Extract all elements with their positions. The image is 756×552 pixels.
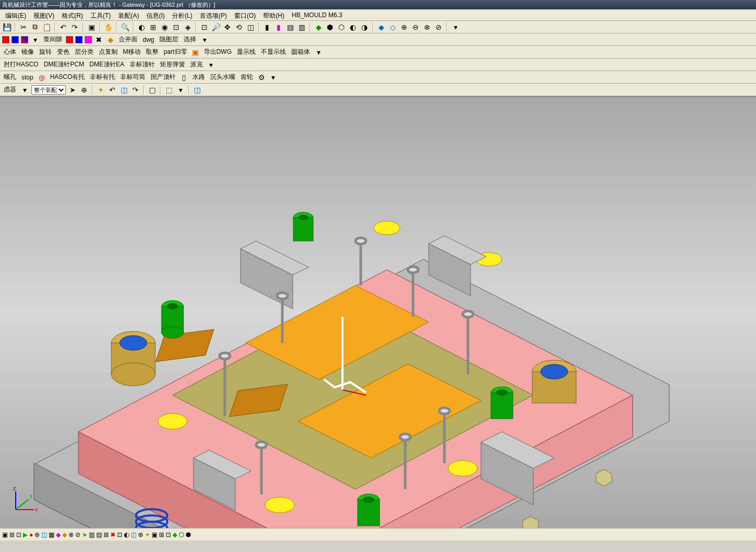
swatch-blue[interactable] — [12, 36, 19, 43]
waterway-button[interactable]: 水路 — [191, 73, 207, 82]
dropdown3-icon[interactable]: ▾ — [207, 60, 216, 70]
bt-icon-23[interactable]: ⬡ — [179, 531, 184, 538]
menu-hb-mould[interactable]: HB_MOULD M6.3 — [289, 10, 346, 19]
menu-help[interactable]: 帮助(H) — [260, 10, 288, 19]
bt-icon-9[interactable]: ⊘ — [75, 531, 81, 538]
point-copy-button[interactable]: 点复制 — [97, 48, 119, 56]
bt-icon-4[interactable]: ⊕ — [35, 531, 40, 538]
cut-icon[interactable]: ✂ — [19, 22, 28, 32]
bt-icon-2[interactable]: ⊞ — [9, 531, 15, 538]
menu-info[interactable]: 信息(I) — [143, 10, 168, 19]
redo-icon[interactable]: ↷ — [70, 22, 79, 32]
feat3-icon[interactable]: ◐ — [348, 22, 358, 32]
cube-icon[interactable]: ◫ — [119, 85, 129, 95]
feat1-icon[interactable]: ⬢ — [325, 22, 335, 32]
screw-button[interactable]: 螺孔 — [2, 73, 18, 82]
tool2-icon[interactable]: ⊖ — [411, 22, 420, 32]
command-icon[interactable]: ▣ — [87, 22, 96, 32]
dropdown5-icon[interactable]: ▾ — [176, 85, 185, 95]
hidden-icon[interactable]: ⊡ — [171, 22, 181, 32]
bt-icon-14[interactable]: ⊡ — [117, 531, 122, 538]
color-tool-icon[interactable]: ▾ — [30, 35, 40, 44]
box-icon[interactable]: ◫ — [192, 85, 202, 95]
domestic-pin-button[interactable]: 国产顶针 — [149, 73, 177, 82]
magenta-icon[interactable]: ▮ — [274, 22, 283, 32]
green-feat-icon[interactable]: ◆ — [314, 22, 323, 32]
render-icon[interactable]: ◐ — [137, 22, 146, 32]
nonstd-pin-button[interactable]: 非标顶针 — [128, 60, 156, 69]
pan-icon[interactable]: ✥ — [223, 22, 232, 32]
nav-icon[interactable]: ➤ — [68, 85, 77, 95]
dwg-button[interactable]: dwg — [141, 36, 156, 43]
gear-button[interactable]: 齿轮 — [239, 73, 255, 82]
bt-icon-7[interactable]: ◆ — [62, 531, 67, 538]
bt-icon-5[interactable]: ▦ — [49, 531, 54, 538]
dme-pin-ea-button[interactable]: DME顶针EA — [88, 60, 126, 69]
save-icon[interactable]: 💾 — [2, 22, 12, 32]
cancel-icon[interactable]: ✖ — [94, 35, 104, 44]
bt-icon-1[interactable]: ▣ — [2, 531, 8, 538]
m-move-button[interactable]: M移动 — [121, 48, 142, 56]
gear-icon[interactable]: ⚙ — [257, 73, 266, 82]
touch-icon[interactable]: ✋ — [104, 22, 113, 32]
bt-icon-13[interactable]: ✖ — [110, 531, 116, 538]
bt-icon-19[interactable]: ▣ — [152, 531, 157, 538]
bt-icon-16[interactable]: ◫ — [131, 531, 136, 538]
bt-icon-18[interactable]: ✦ — [145, 531, 150, 538]
water-icon[interactable]: ▯ — [179, 73, 189, 82]
menu-tools[interactable]: 工具(T) — [87, 10, 114, 19]
zoom-icon[interactable]: 🔎 — [211, 22, 221, 32]
show-line-button[interactable]: 显示线 — [235, 48, 257, 56]
swatch-mix[interactable] — [21, 36, 28, 43]
sink-nozzle-button[interactable]: 沉头水嘴 — [209, 73, 237, 82]
tool1-icon[interactable]: ⊕ — [399, 22, 409, 32]
menu-format[interactable]: 格式(R) — [59, 10, 86, 19]
color-button[interactable]: 变色 — [55, 48, 71, 56]
filter-icon[interactable]: ▾ — [20, 85, 29, 95]
perspective-icon[interactable]: ◫ — [246, 22, 255, 32]
studio-icon[interactable]: ◈ — [183, 22, 192, 32]
bt-icon-11[interactable]: ▤ — [96, 531, 102, 538]
rect-spring-button[interactable]: 矩形弹簧 — [158, 60, 187, 69]
menu-assembly[interactable]: 装配(A) — [115, 10, 142, 19]
dropdown2-icon[interactable]: ▾ — [314, 48, 323, 57]
tool4-icon[interactable]: ⊘ — [434, 22, 443, 32]
menu-view[interactable]: 视图(V) — [30, 10, 58, 19]
diamond-icon[interactable]: ◆ — [106, 35, 115, 44]
check-gap-button[interactable]: 查间隙 — [42, 35, 64, 44]
hasco-support-button[interactable]: HASCO有托 — [49, 73, 87, 82]
layer-icon[interactable]: ▤ — [285, 22, 295, 32]
viewport-3d[interactable]: z x y — [0, 96, 756, 528]
dropdown4-icon[interactable]: ▾ — [268, 73, 278, 82]
parker-button[interactable]: 派克 — [189, 60, 204, 69]
undo-icon[interactable]: ↶ — [59, 22, 68, 32]
bt-play-icon[interactable]: ▶ — [23, 531, 28, 538]
menu-analysis[interactable]: 分析(L) — [169, 10, 196, 19]
redo2-icon[interactable]: ↷ — [131, 85, 140, 95]
tool5-icon[interactable]: ▢ — [147, 85, 157, 95]
bt-icon-15[interactable]: ◐ — [124, 531, 129, 538]
swatch-blue2[interactable] — [75, 36, 83, 43]
dropdown-icon[interactable]: ▾ — [200, 35, 209, 44]
swatch-magenta[interactable] — [85, 36, 92, 43]
merge-face-button[interactable]: 合并面 — [117, 35, 139, 44]
swatch-red2[interactable] — [66, 36, 73, 43]
export-icon[interactable]: ▣ — [191, 48, 200, 57]
stop-button[interactable]: stop — [20, 74, 35, 81]
bt-icon-22[interactable]: ◆ — [173, 531, 177, 538]
select-button[interactable]: 选择 — [182, 35, 198, 44]
solid-button[interactable]: 心体 — [2, 48, 18, 56]
feat2-icon[interactable]: ⬡ — [337, 22, 346, 32]
assembly-select[interactable]: 整个装配 — [31, 85, 66, 95]
export-dwg-button[interactable]: 导出DWG — [202, 48, 233, 56]
fit-icon[interactable]: ⊡ — [200, 22, 209, 32]
trim-button[interactable]: 取整 — [144, 48, 160, 56]
shaded-icon[interactable]: ◉ — [160, 22, 169, 32]
ring-icon[interactable]: ◎ — [37, 73, 47, 82]
blue2-icon[interactable]: ◇ — [388, 22, 397, 32]
rotate-button[interactable]: 旋转 — [38, 48, 53, 56]
bt-icon-12[interactable]: ⊞ — [104, 531, 109, 538]
box-body-button[interactable]: 圆箱体 — [290, 48, 312, 56]
undo2-icon[interactable]: ↶ — [108, 85, 117, 95]
swatch-red[interactable] — [2, 36, 9, 43]
